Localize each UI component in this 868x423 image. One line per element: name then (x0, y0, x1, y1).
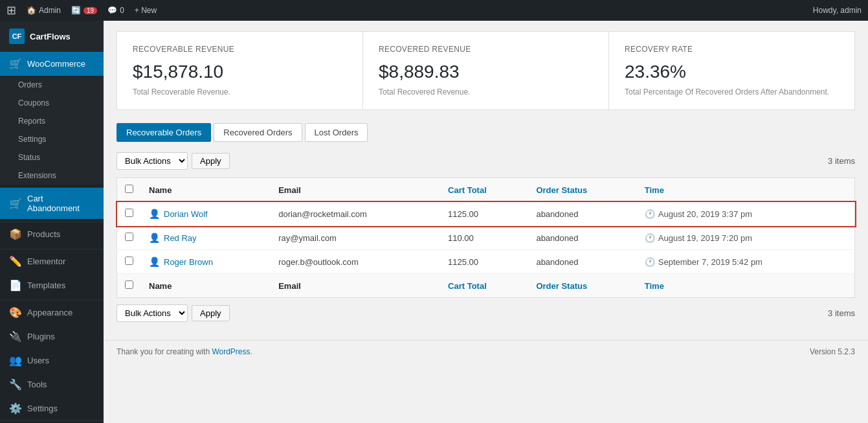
row-name: 👤 Roger Brown (141, 250, 271, 274)
stat-card-rate: Recovery Rate 23.36% Total Percentage Of… (609, 32, 854, 109)
table-row: 👤 Roger Brown roger.b@outlook.com 1125.0… (117, 250, 855, 274)
header-time[interactable]: Time (637, 178, 855, 202)
sidebar-item-reports[interactable]: Reports (0, 112, 104, 130)
sidebar-item-appearance[interactable]: 🎨 Appearance (0, 301, 104, 325)
stat-card-recovered: Recovered Revenue $8,889.83 Total Recove… (363, 32, 609, 109)
new-item[interactable]: + New (135, 6, 157, 15)
clock-icon: 🕐 (645, 257, 655, 267)
stat-recoverable-label: Recoverable Revenue (133, 45, 347, 54)
header-order-status[interactable]: Order Status (528, 178, 636, 202)
table-controls-bottom: Bulk Actions Apply 3 items (117, 304, 855, 322)
status-label: Status (18, 153, 40, 162)
tab-recovered-orders[interactable]: Recovered Orders (214, 123, 302, 142)
plugins-icon: 🔌 (9, 330, 22, 343)
header-checkbox-col (117, 178, 142, 202)
sidebar-item-extensions[interactable]: Extensions (0, 166, 104, 185)
orders-label: Orders (18, 80, 42, 89)
sidebar-item-cart-abandonment[interactable]: 🛒 Cart Abandonment (0, 188, 104, 219)
elementor-icon: ✏️ (9, 255, 22, 268)
row-order-status: abandoned (528, 202, 636, 226)
admin-bar: ⊞ 🏠 Admin 🔄 19 💬 0 + New Howdy, admin (0, 0, 868, 21)
row-name-link[interactable]: 👤 Dorian Wolf (149, 209, 263, 219)
select-all-checkbox[interactable] (125, 185, 133, 193)
row-time: 🕐 September 7, 2019 5:42 pm (637, 250, 855, 274)
footer-email: Email (271, 274, 440, 298)
reports-label: Reports (18, 117, 45, 126)
page-footer: Thank you for creating with WordPress. V… (104, 340, 868, 363)
footer-checkbox-col (117, 274, 142, 298)
row-checkbox[interactable] (125, 257, 133, 265)
stats-row: Recoverable Revenue $15,878.10 Total Rec… (117, 31, 855, 110)
sidebar-item-settings[interactable]: Settings (0, 130, 104, 148)
bulk-actions-select-top[interactable]: Bulk Actions (117, 152, 188, 170)
new-label: + New (135, 6, 157, 15)
comments-item[interactable]: 💬 0 (107, 6, 124, 15)
row-time-text: August 19, 2019 7:20 pm (658, 233, 752, 243)
sidebar-item-coupons[interactable]: Coupons (0, 94, 104, 112)
apply-button-bottom[interactable]: Apply (192, 305, 230, 321)
footer-time[interactable]: Time (637, 274, 855, 298)
row-time: 🕐 August 20, 2019 3:37 pm (637, 202, 855, 226)
collapse-menu[interactable]: ◀ Collapse menu (0, 420, 104, 423)
row-checkbox-col (117, 202, 142, 226)
stat-rate-value: 23.36% (625, 62, 839, 82)
row-name-link[interactable]: 👤 Red Ray (149, 233, 263, 243)
updates-item[interactable]: 🔄 19 (71, 6, 97, 15)
footer-name: Name (141, 274, 271, 298)
wp-logo-icon[interactable]: ⊞ (6, 3, 16, 17)
sidebar-brand[interactable]: CF CartFlows (0, 21, 104, 52)
sidebar-item-elementor[interactable]: ✏️ Elementor (0, 249, 104, 273)
settings-label: Settings (18, 135, 46, 144)
table-controls-top: Bulk Actions Apply 3 items (117, 152, 855, 170)
users-icon: 👥 (9, 354, 22, 367)
row-checkbox-col (117, 250, 142, 274)
sidebar-item-products[interactable]: 📦 Products (0, 222, 104, 246)
extensions-label: Extensions (18, 171, 56, 180)
tools-icon: 🔧 (9, 378, 22, 391)
appearance-label: Appearance (27, 308, 72, 317)
row-email: roger.b@outlook.com (271, 250, 440, 274)
tab-recoverable-orders[interactable]: Recoverable Orders (117, 123, 211, 142)
sidebar-item-settings2[interactable]: ⚙️ Settings (0, 396, 104, 420)
items-count-top: 3 items (828, 156, 855, 166)
wordpress-link[interactable]: WordPress (212, 347, 250, 356)
row-name-link[interactable]: 👤 Roger Brown (149, 257, 263, 267)
row-checkbox[interactable] (125, 233, 133, 241)
sidebar-item-tools[interactable]: 🔧 Tools (0, 372, 104, 396)
apply-button-top[interactable]: Apply (192, 153, 230, 169)
footer-order-status[interactable]: Order Status (528, 274, 636, 298)
bulk-actions-row-bottom: Bulk Actions Apply (117, 304, 230, 322)
row-email: dorian@rocketmail.com (271, 202, 440, 226)
sidebar-item-orders[interactable]: Orders (0, 76, 104, 94)
header-name: Name (141, 178, 271, 202)
row-checkbox[interactable] (125, 209, 133, 217)
sidebar-item-templates[interactable]: 📄 Templates (0, 273, 104, 297)
footer-text: Thank you for creating with WordPress. (117, 347, 252, 356)
clock-icon: 🕐 (645, 233, 655, 243)
footer-thankyou: Thank you for creating with (117, 347, 212, 356)
select-all-checkbox-footer[interactable] (125, 280, 133, 289)
elementor-label: Elementor (27, 257, 65, 266)
tab-lost-orders[interactable]: Lost Orders (305, 123, 368, 142)
bulk-actions-select-bottom[interactable]: Bulk Actions (117, 304, 188, 322)
row-time: 🕐 August 19, 2019 7:20 pm (637, 226, 855, 250)
cart-abandonment-icon: 🛒 (9, 198, 22, 210)
clock-icon: 🕐 (645, 209, 655, 219)
orders-table: Name Email Cart Total Order Status Time … (117, 177, 855, 298)
row-name: 👤 Dorian Wolf (141, 202, 271, 226)
footer-cart-total[interactable]: Cart Total (440, 274, 528, 298)
sidebar-item-plugins[interactable]: 🔌 Plugins (0, 325, 104, 349)
row-name: 👤 Red Ray (141, 226, 271, 250)
woocommerce-submenu: Orders Coupons Reports Settings Status E… (0, 76, 104, 185)
row-checkbox-col (117, 226, 142, 250)
user-avatar-icon: 👤 (149, 233, 160, 243)
users-label: Users (27, 356, 49, 365)
header-cart-total[interactable]: Cart Total (440, 178, 528, 202)
sidebar-item-users[interactable]: 👥 Users (0, 349, 104, 372)
bulk-actions-row-top: Bulk Actions Apply (117, 152, 230, 170)
site-name-item[interactable]: 🏠 Admin (27, 6, 61, 15)
sidebar-item-woocommerce[interactable]: 🛒 WooCommerce (0, 52, 104, 76)
stat-recovered-desc: Total Recovered Revenue. (379, 87, 593, 97)
sidebar-item-status[interactable]: Status (0, 148, 104, 166)
stat-rate-desc: Total Percentage Of Recovered Orders Aft… (625, 87, 839, 97)
